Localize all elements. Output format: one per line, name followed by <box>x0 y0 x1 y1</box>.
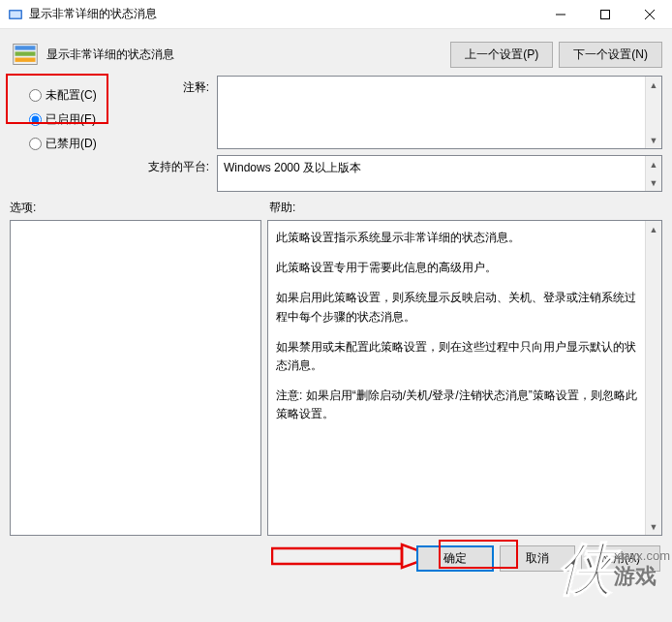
svg-rect-7 <box>15 51 36 55</box>
ok-button[interactable]: 确定 <box>416 545 494 572</box>
prev-setting-button[interactable]: 上一个设置(P) <box>450 42 553 68</box>
watermark-line2: 游戏 <box>614 564 670 589</box>
svg-rect-1 <box>11 11 21 17</box>
comment-label: 注释: <box>168 76 213 149</box>
supported-platform-box: Windows 2000 及以上版本 ▲ ▼ <box>217 155 662 192</box>
scroll-up-icon[interactable]: ▲ <box>646 77 661 93</box>
next-setting-button[interactable]: 下一个设置(N) <box>559 42 662 68</box>
minimize-button[interactable] <box>538 0 583 29</box>
watermark: 侠 xiayx.com 游戏 <box>558 541 670 597</box>
scroll-down-icon[interactable]: ▼ <box>646 518 661 535</box>
radio-not-configured[interactable]: 未配置(C) <box>27 83 118 108</box>
supported-platform-text: Windows 2000 及以上版本 <box>224 161 361 174</box>
help-scrollbar[interactable]: ▲ ▼ <box>645 221 661 535</box>
scroll-up-icon[interactable]: ▲ <box>646 156 661 172</box>
radio-disabled-label: 已禁用(D) <box>46 136 97 152</box>
options-label: 选项: <box>10 200 269 216</box>
svg-rect-10 <box>272 548 402 564</box>
svg-rect-8 <box>15 58 36 62</box>
maximize-button[interactable] <box>583 0 627 29</box>
state-radio-group: 未配置(C) 已启用(E) 已禁用(D) <box>10 76 118 158</box>
close-button[interactable] <box>627 0 672 29</box>
help-p1: 此策略设置指示系统显示非常详细的状态消息。 <box>276 229 640 247</box>
scroll-down-icon[interactable]: ▼ <box>646 132 661 148</box>
comment-textarea[interactable]: ▲ ▼ <box>217 76 662 149</box>
radio-enabled[interactable]: 已启用(E) <box>27 108 118 132</box>
radio-enabled-input[interactable] <box>29 113 42 126</box>
svg-rect-6 <box>15 46 36 49</box>
supported-label: 支持的平台: <box>136 155 213 192</box>
radio-not-configured-label: 未配置(C) <box>46 87 97 104</box>
watermark-char: 侠 <box>558 541 614 597</box>
help-label: 帮助: <box>269 200 295 216</box>
scroll-up-icon[interactable]: ▲ <box>646 221 661 237</box>
radio-not-configured-input[interactable] <box>29 89 42 102</box>
svg-rect-3 <box>601 10 610 18</box>
header: 显示非常详细的状态消息 上一个设置(P) 下一个设置(N) <box>0 29 672 76</box>
radio-enabled-label: 已启用(E) <box>46 111 96 128</box>
comment-scrollbar[interactable]: ▲ ▼ <box>645 77 661 148</box>
help-p3: 如果启用此策略设置，则系统显示反映启动、关机、登录或注销系统过程中每个步骤的状态… <box>276 289 640 326</box>
help-text: 此策略设置指示系统显示非常详细的状态消息。 此策略设置专用于需要此信息的高级用户… <box>268 221 661 444</box>
radio-disabled[interactable]: 已禁用(D) <box>27 132 118 156</box>
window-title: 显示非常详细的状态消息 <box>29 6 538 22</box>
scroll-down-icon[interactable]: ▼ <box>646 174 661 191</box>
header-title: 显示非常详细的状态消息 <box>46 47 450 63</box>
title-bar: 显示非常详细的状态消息 <box>0 0 672 29</box>
policy-icon <box>10 39 41 70</box>
options-pane <box>10 220 261 536</box>
help-pane: 此策略设置指示系统显示非常详细的状态消息。 此策略设置专用于需要此信息的高级用户… <box>267 220 662 536</box>
help-p5: 注意: 如果启用“删除启动/关机/登录/注销状态消息”策略设置，则忽略此策略设置… <box>276 387 640 423</box>
radio-disabled-input[interactable] <box>29 138 42 150</box>
supported-scrollbar[interactable]: ▲ ▼ <box>645 156 661 191</box>
highlight-arrow <box>271 542 436 571</box>
help-p2: 此策略设置专用于需要此信息的高级用户。 <box>276 259 640 277</box>
help-p4: 如果禁用或未配置此策略设置，则在这些过程中只向用户显示默认的状态消息。 <box>276 338 640 375</box>
watermark-url: xiayx.com <box>614 548 670 564</box>
app-icon <box>8 7 23 22</box>
